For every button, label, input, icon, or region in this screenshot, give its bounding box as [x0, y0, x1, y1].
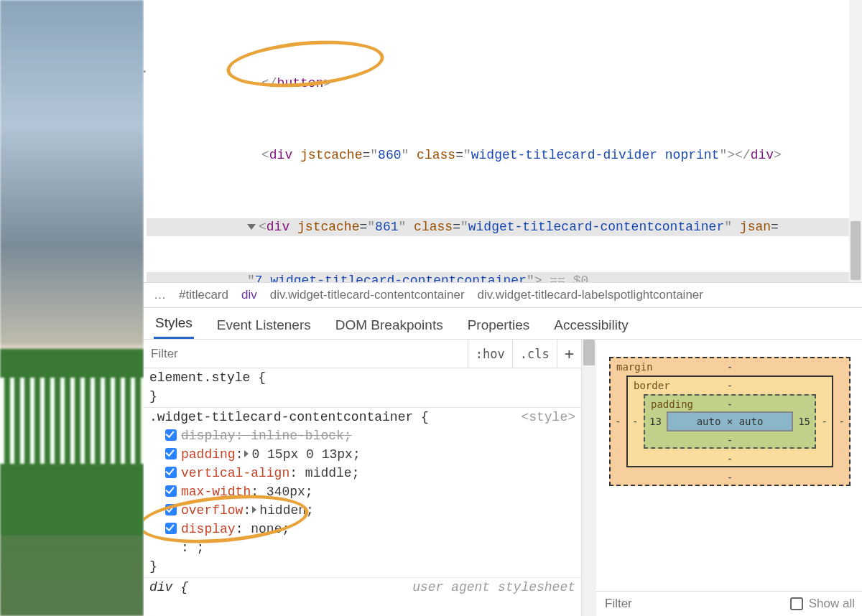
styles-tabbar: Styles Event Listeners DOM Breakpoints P…: [144, 308, 862, 340]
cls-button[interactable]: .cls: [512, 340, 557, 368]
box-border-label: border: [634, 380, 670, 391]
show-all-checkbox[interactable]: [790, 597, 803, 610]
css-decl-empty[interactable]: : ;: [149, 538, 575, 557]
tab-styles[interactable]: Styles: [154, 309, 194, 339]
expand-shorthand-icon[interactable]: [252, 506, 256, 513]
dom-node-selected[interactable]: <div jstcache="861" class="widget-titlec…: [147, 218, 856, 236]
css-decl[interactable]: display: none;: [149, 520, 575, 538]
decl-checkbox[interactable]: [165, 504, 177, 515]
box-margin-bottom[interactable]: -: [727, 472, 733, 483]
css-decl[interactable]: max-width: 340px;: [149, 482, 575, 501]
decl-checkbox[interactable]: [165, 429, 177, 441]
box-border-top[interactable]: -: [727, 380, 733, 391]
styles-pane: :hov .cls + element.style { } .widget-ti…: [144, 340, 582, 616]
box-margin-right[interactable]: -: [839, 416, 845, 427]
elements-scrollbar[interactable]: [849, 0, 862, 282]
styles-rules[interactable]: element.style { } .widget-titlecard-cont…: [144, 368, 581, 616]
css-decl[interactable]: overflow:hidden;: [149, 501, 575, 520]
expand-shorthand-icon[interactable]: [244, 450, 249, 457]
decl-checkbox[interactable]: [165, 523, 177, 534]
decl-checkbox[interactable]: [165, 485, 177, 497]
box-content-size[interactable]: auto × auto: [667, 411, 793, 431]
devtools-panel: … </button> <div jstcache="860" class="w…: [144, 0, 862, 616]
dom-node[interactable]: <div jstcache="860" class="widget-titlec…: [147, 146, 856, 164]
show-all-label: Show all: [809, 597, 855, 611]
styles-scrollbar[interactable]: [582, 340, 596, 616]
breadcrumb-item[interactable]: div.widget-titlecard-contentcontainer: [270, 288, 465, 302]
tab-dom-breakpoints[interactable]: DOM Breakpoints: [334, 312, 445, 339]
css-decl[interactable]: vertical-align: middle;: [149, 464, 575, 482]
styles-filter-input[interactable]: [144, 342, 468, 365]
box-border-right[interactable]: -: [822, 416, 828, 427]
gutter-dots-icon: …: [144, 60, 147, 78]
box-padding-right[interactable]: 15: [798, 416, 810, 427]
computed-pane: margin - - - - border - - - - padding -: [596, 340, 862, 616]
decl-checkbox[interactable]: [165, 448, 177, 459]
rule-element-style[interactable]: element.style { }: [144, 368, 581, 408]
box-border-left[interactable]: -: [632, 416, 638, 427]
styles-toolbar: :hov .cls +: [144, 340, 581, 368]
box-margin-top[interactable]: -: [727, 361, 733, 373]
box-padding-top[interactable]: -: [727, 398, 733, 410]
scrollbar-thumb[interactable]: [583, 340, 595, 365]
box-border-bottom[interactable]: -: [727, 453, 733, 465]
box-margin-label: margin: [616, 361, 653, 373]
scrollbar-thumb[interactable]: [851, 221, 861, 280]
rule-ua-div[interactable]: div {user agent stylesheet: [144, 578, 581, 598]
box-padding-left[interactable]: 13: [649, 416, 662, 427]
decl-checkbox[interactable]: [165, 467, 177, 478]
breadcrumb-item[interactable]: div.widget-titlecard-labelspotlightconta…: [478, 288, 703, 302]
box-model[interactable]: margin - - - - border - - - - padding -: [596, 340, 862, 591]
rule-contentcontainer[interactable]: .widget-titlecard-contentcontainer {<sty…: [144, 408, 581, 578]
lower-panes: :hov .cls + element.style { } .widget-ti…: [144, 340, 862, 616]
breadcrumb-more[interactable]: …: [154, 288, 166, 302]
tab-event-listeners[interactable]: Event Listeners: [216, 312, 312, 339]
box-margin-left[interactable]: -: [615, 416, 621, 427]
elements-tree[interactable]: … </button> <div jstcache="860" class="w…: [144, 0, 862, 282]
new-rule-button[interactable]: +: [557, 340, 581, 368]
css-decl[interactable]: padding:0 15px 0 13px;: [149, 445, 575, 464]
css-decl[interactable]: display: inline-block;: [149, 426, 575, 445]
computed-filter-row: Show all: [596, 591, 862, 616]
breadcrumb-item[interactable]: div: [241, 288, 257, 302]
collapse-icon[interactable]: [247, 224, 256, 230]
box-padding-bottom[interactable]: -: [727, 434, 733, 446]
box-padding-label: padding: [651, 398, 693, 410]
dom-node-selected-cont[interactable]: "7.widget-titlecard-contentcontainer"> =…: [147, 272, 856, 282]
dom-breadcrumb[interactable]: … #titlecard div div.widget-titlecard-co…: [144, 282, 862, 308]
tab-accessibility[interactable]: Accessibility: [552, 312, 629, 339]
computed-filter-input[interactable]: [603, 596, 784, 612]
page-background-photo: [0, 0, 144, 616]
hov-button[interactable]: :hov: [468, 340, 512, 368]
dom-node[interactable]: </button>: [147, 75, 856, 93]
tab-properties[interactable]: Properties: [466, 312, 532, 339]
breadcrumb-item[interactable]: #titlecard: [179, 288, 228, 302]
